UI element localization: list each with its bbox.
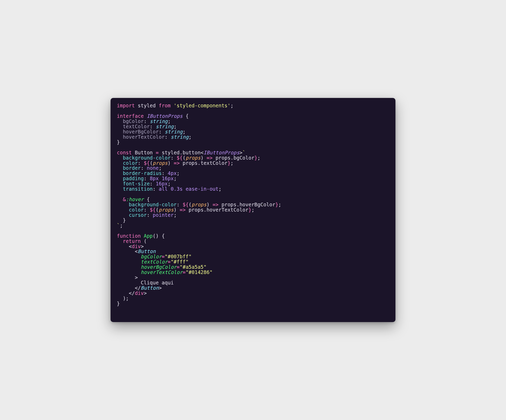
punct: : xyxy=(162,170,165,176)
param: props xyxy=(159,207,174,213)
jsx-component: Button xyxy=(138,248,156,254)
punct: : xyxy=(177,202,180,207)
arrow: => xyxy=(174,160,180,166)
css-val: 4px xyxy=(168,170,177,176)
fn-name: App xyxy=(144,233,153,239)
css-val: all 0.3s ease-in-out xyxy=(159,186,218,192)
punct: > xyxy=(144,290,147,296)
expr: props.hoverBgColor xyxy=(222,202,275,207)
jsx-attr: textColor xyxy=(141,259,168,265)
jsx-text: Clique aqui xyxy=(141,280,174,285)
punct: { xyxy=(147,196,150,202)
punct: ; xyxy=(257,155,260,161)
punct: : xyxy=(150,181,153,186)
punct: { xyxy=(162,233,165,239)
param: props xyxy=(192,202,206,207)
arrow: => xyxy=(180,207,186,213)
punct: : xyxy=(159,129,162,135)
punct: ( xyxy=(150,160,153,166)
arrow: => xyxy=(206,155,212,161)
jsx-tag: div xyxy=(135,290,144,296)
punct: ; xyxy=(189,134,192,140)
punct: ; xyxy=(120,223,123,228)
punct: > xyxy=(141,243,144,249)
punct: ; xyxy=(126,295,129,301)
punct: ; xyxy=(174,124,176,129)
css-val: pointer xyxy=(153,212,174,218)
css-prop: transition xyxy=(123,186,153,192)
punct: : xyxy=(150,124,153,129)
css-prop: font-size xyxy=(123,181,150,186)
punct: ( xyxy=(156,207,159,213)
css-prop: color xyxy=(129,207,144,213)
attr-value: "#fff" xyxy=(171,259,189,265)
punct: < xyxy=(200,150,203,155)
delim: } xyxy=(275,202,278,207)
template-tick: ` xyxy=(243,150,245,155)
type-name: IButtonProps xyxy=(204,150,239,155)
css-prop: background-color xyxy=(129,202,177,207)
punct: ; xyxy=(183,129,186,135)
punct: = xyxy=(156,150,159,155)
prop-name: bgColor xyxy=(123,118,144,124)
delim: ${ xyxy=(150,207,156,213)
type: string xyxy=(171,134,189,140)
punct: : xyxy=(171,155,174,161)
punct: ) xyxy=(168,160,171,166)
delim: } xyxy=(227,160,230,166)
prop-name: hoverTextColor xyxy=(123,134,165,140)
punct: : xyxy=(165,134,168,140)
expr: props.textColor xyxy=(183,160,228,166)
attr-value: "#a5a5a5" xyxy=(180,264,206,270)
punct: ; xyxy=(251,207,254,213)
punct: < xyxy=(129,243,132,249)
punct: { xyxy=(186,113,188,119)
attr-value: "#014286" xyxy=(186,269,212,275)
punct: ) xyxy=(200,155,203,161)
punct: ; xyxy=(231,103,233,108)
css-prop: background-color xyxy=(123,155,171,161)
attr-value: "#007bff" xyxy=(165,254,192,259)
punct: > xyxy=(135,275,138,280)
jsx-attr: hoverBgColor xyxy=(141,264,177,270)
punct: ; xyxy=(174,176,176,181)
punct: ; xyxy=(168,181,171,186)
css-prop: color xyxy=(123,160,138,166)
punct: : xyxy=(138,160,141,166)
delim: ${ xyxy=(183,202,189,207)
punct: = xyxy=(168,259,170,265)
punct: > xyxy=(159,285,162,291)
delim: ${ xyxy=(177,155,183,161)
code-block: import styled from 'styled-components'; … xyxy=(117,103,389,306)
identifier: styled.button xyxy=(162,150,201,155)
string-literal: 'styled-components' xyxy=(174,103,230,108)
css-val: 8px 16px xyxy=(150,176,174,181)
punct: ; xyxy=(177,170,180,176)
expr: props.bgColor xyxy=(216,155,255,161)
keyword-return: return xyxy=(123,238,141,244)
keyword-import: import xyxy=(117,103,135,108)
param: props xyxy=(186,155,200,161)
punct: ) xyxy=(206,202,209,207)
code-snippet-card: import styled from 'styled-components'; … xyxy=(111,98,395,322)
identifier: styled xyxy=(138,103,156,108)
arrow: => xyxy=(212,202,218,207)
punct: ; xyxy=(168,118,171,124)
prop-name: hoverBgColor xyxy=(123,129,159,135)
punct: ; xyxy=(278,202,281,207)
jsx-component: Button xyxy=(141,285,159,291)
keyword-function: function xyxy=(117,233,141,239)
punct: = xyxy=(183,269,186,275)
punct: > xyxy=(239,150,242,155)
punct: : xyxy=(144,207,147,213)
punct: ; xyxy=(231,160,233,166)
punct: } xyxy=(117,139,120,145)
punct: } xyxy=(123,217,126,223)
punct: ( xyxy=(189,202,192,207)
template-tick: ` xyxy=(117,223,120,228)
jsx-attr: hoverTextColor xyxy=(141,269,183,275)
punct: </ xyxy=(129,290,135,296)
punct: </ xyxy=(135,285,141,291)
punct: ; xyxy=(174,212,176,218)
keyword-const: const xyxy=(117,150,132,155)
